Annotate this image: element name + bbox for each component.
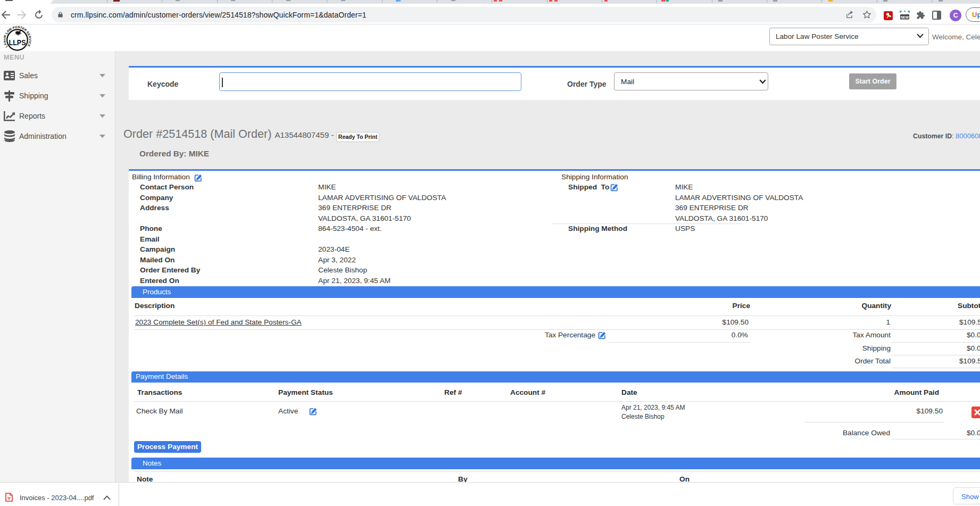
svg-text:LLPS: LLPS — [9, 38, 26, 47]
svg-text:NEW: NEW — [901, 15, 909, 19]
